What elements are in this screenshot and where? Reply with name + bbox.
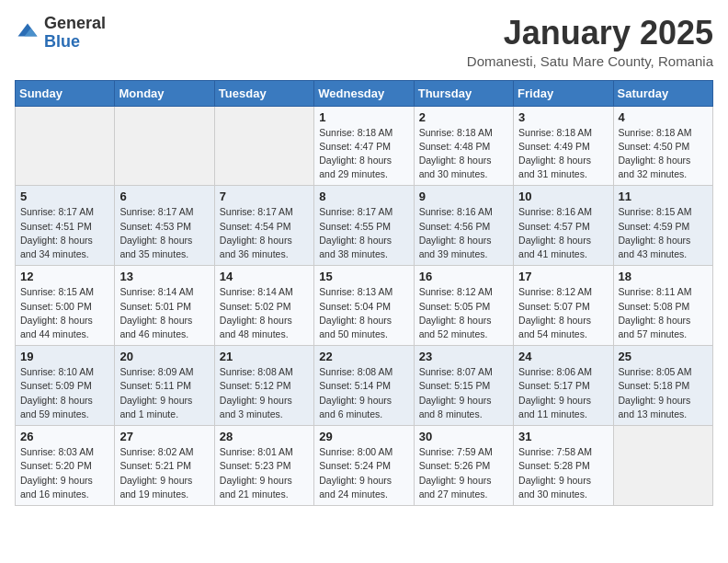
day-cell: 31Sunrise: 7:58 AM Sunset: 5:28 PM Dayli… xyxy=(514,426,613,506)
day-info: Sunrise: 8:10 AM Sunset: 5:09 PM Dayligh… xyxy=(20,365,109,421)
location-subtitle: Domanesti, Satu Mare County, Romania xyxy=(467,53,713,69)
day-cell: 5Sunrise: 8:17 AM Sunset: 4:51 PM Daylig… xyxy=(16,186,115,266)
day-number: 7 xyxy=(220,190,309,203)
day-cell: 8Sunrise: 8:17 AM Sunset: 4:55 PM Daylig… xyxy=(314,186,414,266)
day-number: 16 xyxy=(419,270,508,283)
day-number: 6 xyxy=(119,190,209,203)
day-cell: 15Sunrise: 8:13 AM Sunset: 5:04 PM Dayli… xyxy=(314,266,414,346)
day-info: Sunrise: 8:16 AM Sunset: 4:56 PM Dayligh… xyxy=(419,205,508,261)
col-header-tuesday: Tuesday xyxy=(214,80,313,106)
day-number: 26 xyxy=(20,430,109,443)
day-cell: 26Sunrise: 8:03 AM Sunset: 5:20 PM Dayli… xyxy=(16,426,115,506)
day-cell xyxy=(214,106,313,186)
day-number: 8 xyxy=(319,190,408,203)
day-cell: 2Sunrise: 8:18 AM Sunset: 4:48 PM Daylig… xyxy=(414,106,513,186)
day-number: 1 xyxy=(319,110,408,124)
day-cell: 11Sunrise: 8:15 AM Sunset: 4:59 PM Dayli… xyxy=(613,186,712,266)
logo-icon xyxy=(15,20,40,46)
day-number: 21 xyxy=(220,350,309,363)
day-info: Sunrise: 8:00 AM Sunset: 5:24 PM Dayligh… xyxy=(319,445,408,501)
day-number: 29 xyxy=(319,430,408,443)
month-title: January 2025 xyxy=(467,15,713,52)
day-cell: 25Sunrise: 8:05 AM Sunset: 5:18 PM Dayli… xyxy=(613,346,712,426)
week-row-5: 26Sunrise: 8:03 AM Sunset: 5:20 PM Dayli… xyxy=(16,426,713,506)
day-info: Sunrise: 8:07 AM Sunset: 5:15 PM Dayligh… xyxy=(419,365,508,421)
col-header-friday: Friday xyxy=(514,80,613,106)
week-row-1: 1Sunrise: 8:18 AM Sunset: 4:47 PM Daylig… xyxy=(16,106,713,186)
day-info: Sunrise: 7:59 AM Sunset: 5:26 PM Dayligh… xyxy=(419,445,508,501)
day-cell: 29Sunrise: 8:00 AM Sunset: 5:24 PM Dayli… xyxy=(314,426,414,506)
day-info: Sunrise: 8:01 AM Sunset: 5:23 PM Dayligh… xyxy=(220,445,309,501)
day-cell: 20Sunrise: 8:09 AM Sunset: 5:11 PM Dayli… xyxy=(115,346,214,426)
day-info: Sunrise: 8:14 AM Sunset: 5:01 PM Dayligh… xyxy=(119,285,209,341)
day-cell: 23Sunrise: 8:07 AM Sunset: 5:15 PM Dayli… xyxy=(414,346,513,426)
day-info: Sunrise: 7:58 AM Sunset: 5:28 PM Dayligh… xyxy=(518,445,608,501)
day-info: Sunrise: 8:18 AM Sunset: 4:47 PM Dayligh… xyxy=(319,126,408,182)
day-number: 23 xyxy=(419,350,508,363)
day-info: Sunrise: 8:12 AM Sunset: 5:05 PM Dayligh… xyxy=(419,285,508,341)
day-number: 3 xyxy=(518,110,608,124)
day-cell: 30Sunrise: 7:59 AM Sunset: 5:26 PM Dayli… xyxy=(414,426,513,506)
day-info: Sunrise: 8:06 AM Sunset: 5:17 PM Dayligh… xyxy=(518,365,608,421)
day-info: Sunrise: 8:16 AM Sunset: 4:57 PM Dayligh… xyxy=(518,205,608,261)
day-number: 11 xyxy=(619,190,708,203)
day-cell: 19Sunrise: 8:10 AM Sunset: 5:09 PM Dayli… xyxy=(16,346,115,426)
day-info: Sunrise: 8:08 AM Sunset: 5:12 PM Dayligh… xyxy=(220,365,309,421)
day-number: 18 xyxy=(619,270,708,283)
day-number: 5 xyxy=(20,190,109,203)
day-info: Sunrise: 8:08 AM Sunset: 5:14 PM Dayligh… xyxy=(319,365,408,421)
day-cell: 27Sunrise: 8:02 AM Sunset: 5:21 PM Dayli… xyxy=(115,426,214,506)
calendar-table: SundayMondayTuesdayWednesdayThursdayFrid… xyxy=(15,80,713,506)
day-number: 27 xyxy=(119,430,209,443)
day-info: Sunrise: 8:13 AM Sunset: 5:04 PM Dayligh… xyxy=(319,285,408,341)
day-number: 14 xyxy=(220,270,309,283)
logo-blue-text: Blue xyxy=(44,32,80,51)
day-number: 31 xyxy=(518,430,608,443)
week-row-4: 19Sunrise: 8:10 AM Sunset: 5:09 PM Dayli… xyxy=(16,346,713,426)
day-number: 12 xyxy=(20,270,109,283)
day-number: 9 xyxy=(419,190,508,203)
day-cell: 10Sunrise: 8:16 AM Sunset: 4:57 PM Dayli… xyxy=(514,186,613,266)
day-info: Sunrise: 8:17 AM Sunset: 4:54 PM Dayligh… xyxy=(220,205,309,261)
day-cell: 21Sunrise: 8:08 AM Sunset: 5:12 PM Dayli… xyxy=(214,346,313,426)
col-header-sunday: Sunday xyxy=(16,80,115,106)
day-number: 13 xyxy=(119,270,209,283)
day-cell: 12Sunrise: 8:15 AM Sunset: 5:00 PM Dayli… xyxy=(16,266,115,346)
day-cell: 14Sunrise: 8:14 AM Sunset: 5:02 PM Dayli… xyxy=(214,266,313,346)
day-number: 28 xyxy=(220,430,309,443)
day-cell: 9Sunrise: 8:16 AM Sunset: 4:56 PM Daylig… xyxy=(414,186,513,266)
day-info: Sunrise: 8:02 AM Sunset: 5:21 PM Dayligh… xyxy=(119,445,209,501)
day-cell: 18Sunrise: 8:11 AM Sunset: 5:08 PM Dayli… xyxy=(613,266,712,346)
title-block: January 2025 Domanesti, Satu Mare County… xyxy=(467,15,713,69)
day-cell xyxy=(115,106,214,186)
day-number: 19 xyxy=(20,350,109,363)
day-number: 30 xyxy=(419,430,508,443)
day-info: Sunrise: 8:15 AM Sunset: 5:00 PM Dayligh… xyxy=(20,285,109,341)
logo-general-text: General xyxy=(44,14,106,32)
day-info: Sunrise: 8:11 AM Sunset: 5:08 PM Dayligh… xyxy=(619,285,708,341)
day-number: 10 xyxy=(518,190,608,203)
day-cell xyxy=(613,426,712,506)
day-info: Sunrise: 8:09 AM Sunset: 5:11 PM Dayligh… xyxy=(119,365,209,421)
day-cell: 24Sunrise: 8:06 AM Sunset: 5:17 PM Dayli… xyxy=(514,346,613,426)
day-cell: 6Sunrise: 8:17 AM Sunset: 4:53 PM Daylig… xyxy=(115,186,214,266)
day-info: Sunrise: 8:17 AM Sunset: 4:53 PM Dayligh… xyxy=(119,205,209,261)
day-cell xyxy=(16,106,115,186)
day-number: 15 xyxy=(319,270,408,283)
logo: General Blue xyxy=(15,15,106,52)
day-cell: 16Sunrise: 8:12 AM Sunset: 5:05 PM Dayli… xyxy=(414,266,513,346)
day-cell: 3Sunrise: 8:18 AM Sunset: 4:49 PM Daylig… xyxy=(514,106,613,186)
week-row-2: 5Sunrise: 8:17 AM Sunset: 4:51 PM Daylig… xyxy=(16,186,713,266)
col-header-wednesday: Wednesday xyxy=(314,80,414,106)
day-cell: 28Sunrise: 8:01 AM Sunset: 5:23 PM Dayli… xyxy=(214,426,313,506)
day-cell: 13Sunrise: 8:14 AM Sunset: 5:01 PM Dayli… xyxy=(115,266,214,346)
day-number: 2 xyxy=(419,110,508,124)
calendar-header: SundayMondayTuesdayWednesdayThursdayFrid… xyxy=(16,80,713,106)
day-info: Sunrise: 8:18 AM Sunset: 4:48 PM Dayligh… xyxy=(419,126,508,182)
day-number: 24 xyxy=(518,350,608,363)
day-number: 17 xyxy=(518,270,608,283)
day-info: Sunrise: 8:17 AM Sunset: 4:51 PM Dayligh… xyxy=(20,205,109,261)
day-info: Sunrise: 8:17 AM Sunset: 4:55 PM Dayligh… xyxy=(319,205,408,261)
day-number: 22 xyxy=(319,350,408,363)
col-header-thursday: Thursday xyxy=(414,80,513,106)
